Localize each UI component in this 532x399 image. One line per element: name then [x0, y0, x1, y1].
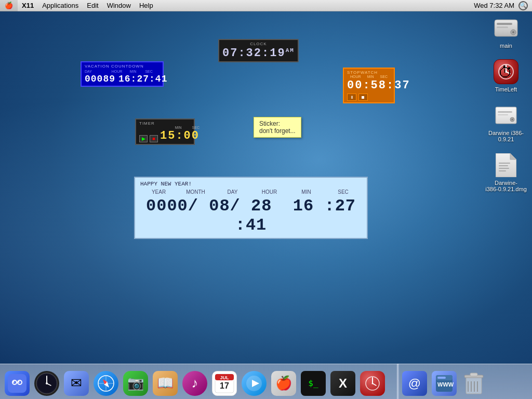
timer-stop-btn[interactable]: ■: [150, 135, 158, 142]
terminal-icon: $_: [301, 371, 326, 396]
svg-rect-18: [499, 168, 509, 169]
dock-left: ✉ 📷 📖: [0, 364, 399, 399]
timeleft-icon-img: [494, 59, 518, 84]
dock-x11[interactable]: X: [329, 368, 357, 396]
icon-darwine-drive[interactable]: Darwine i386-0.9.21: [485, 103, 527, 142]
quicktime-icon: [242, 371, 267, 396]
vacation-min-header: MIN: [130, 70, 144, 73]
svg-text:JUL: JUL: [220, 375, 229, 380]
dock-timeleft2[interactable]: [358, 368, 387, 396]
svg-rect-49: [437, 377, 446, 379]
vacation-widget[interactable]: VACATION COUNTDOWN DAY HOUR MIN SEC 0008…: [81, 61, 164, 87]
menubar-clock: Wed 7:32 AM: [474, 2, 514, 9]
svg-rect-20: [8, 374, 26, 393]
dock-mail[interactable]: ✉: [62, 368, 90, 396]
edit-menu[interactable]: Edit: [83, 0, 102, 11]
timer-controls: ▶ ■: [139, 135, 158, 142]
finder-icon: [5, 371, 30, 396]
dock-apple-icon[interactable]: 🍎: [270, 368, 298, 396]
clock-time-value: 07:32:19: [222, 47, 286, 60]
newyear-widget[interactable]: HAPPY NEW YEAR! YEAR MONTH DAY HOUR MIN …: [134, 177, 368, 239]
timeleft-label: TimeLeft: [495, 86, 517, 92]
window-menu[interactable]: Window: [103, 0, 135, 11]
svg-point-46: [372, 382, 374, 384]
ny-hour-header: HOUR: [251, 189, 288, 195]
icon-darwine-dmg[interactable]: Darwine- i386-0.9.21.dmg: [485, 153, 527, 192]
sw-hour-header: HOUR: [350, 75, 361, 78]
timer-time: 15:00: [160, 129, 200, 142]
newyear-title: HAPPY NEW YEAR!: [140, 181, 362, 187]
ny-day-header: DAY: [214, 189, 251, 195]
icon-main-hdd[interactable]: main: [485, 16, 527, 49]
timer-widget[interactable]: TIMER ▶ ■ MIN SEC 15:00: [135, 118, 195, 145]
ny-sec-header: SEC: [325, 189, 362, 195]
svg-rect-16: [499, 163, 510, 164]
dock-addressbook[interactable]: 📖: [151, 368, 179, 396]
timer-sec-header: SEC: [192, 126, 200, 129]
sticker-widget[interactable]: Sticker: don't forget...: [254, 117, 301, 138]
sticker-line1: Sticker:: [259, 120, 296, 127]
applications-menu[interactable]: Applications: [38, 0, 83, 11]
ny-month-header: MONTH: [177, 189, 214, 195]
menubar-right: Wed 7:32 AM 🔍: [474, 1, 532, 10]
timer-min-header: MIN: [175, 126, 182, 129]
svg-marker-15: [510, 153, 516, 159]
x11-icon: X: [330, 371, 355, 396]
facetime-icon: 📷: [123, 371, 148, 396]
clock-widget-title: CLOCK: [222, 42, 295, 46]
timer-play-btn[interactable]: ▶: [139, 135, 148, 142]
spotlight-icon[interactable]: 🔍: [518, 1, 528, 10]
app-name-menu[interactable]: X11: [18, 0, 38, 11]
svg-rect-17: [499, 165, 508, 166]
dock-terminal[interactable]: $_: [299, 368, 327, 396]
stopwatch-stop-btn[interactable]: ⏹: [358, 94, 368, 101]
svg-point-5: [499, 64, 513, 79]
clock-ampm: AM: [286, 47, 295, 54]
svg-point-25: [13, 381, 15, 382]
darwine-drive-label: Darwine i386-0.9.21: [485, 130, 527, 142]
dock-browser[interactable]: WWW: [430, 368, 458, 396]
clock-widget[interactable]: CLOCK 07:32:19AM: [218, 39, 299, 62]
stopwatch-widget[interactable]: STOPWATCH HOUR MIN SEC 00:58:37 ⏸ ⏹: [343, 68, 395, 103]
vacation-day-header: DAY: [85, 70, 111, 73]
browser-icon: WWW: [432, 371, 457, 396]
svg-rect-57: [470, 373, 477, 376]
darwine-dmg-icon-img: [494, 153, 518, 178]
dock-quicktime[interactable]: [240, 368, 268, 396]
hdd-label: main: [500, 43, 512, 49]
svg-rect-10: [498, 111, 512, 113]
dock-finder[interactable]: [3, 368, 31, 396]
icon-timeleft[interactable]: TimeLeft: [485, 59, 527, 92]
svg-rect-1: [497, 23, 512, 25]
vacation-title: VACATION COUNTDOWN: [85, 64, 159, 69]
svg-point-26: [18, 381, 20, 382]
sticker-line2: don't forget...: [259, 127, 296, 135]
dock-facetime[interactable]: 📷: [122, 368, 150, 396]
ny-min-header: MIN: [288, 189, 325, 195]
mail2-icon: @: [402, 371, 427, 396]
dock-right: @ WWW: [397, 364, 532, 399]
svg-rect-19: [499, 170, 506, 171]
stopwatch-headers: HOUR MIN SEC: [347, 75, 391, 78]
timer-headers: MIN SEC: [160, 126, 200, 129]
mail-icon: ✉: [64, 371, 89, 396]
sw-sec-header: SEC: [380, 75, 388, 78]
dock-itunes[interactable]: ♪: [181, 368, 209, 396]
svg-text:WWW: WWW: [437, 381, 454, 388]
ny-year-header: YEAR: [140, 189, 177, 195]
svg-point-31: [46, 382, 48, 384]
safari-icon: [94, 371, 118, 396]
darwine-dmg-label: Darwine- i386-0.9.21.dmg: [485, 180, 527, 192]
dock-safari[interactable]: [92, 368, 120, 396]
dock-ical[interactable]: JUL 17: [210, 368, 238, 396]
vacation-time-value: 16:27:41: [118, 74, 167, 84]
dock-trash[interactable]: [460, 368, 488, 396]
help-menu[interactable]: Help: [135, 0, 157, 11]
dock-mail2[interactable]: @: [401, 368, 429, 396]
vacation-values: 00089 16:27:41: [85, 74, 159, 84]
dock-clock[interactable]: [33, 368, 61, 396]
apple-menu[interactable]: 🍎: [0, 0, 18, 11]
stopwatch-pause-btn[interactable]: ⏸: [347, 94, 356, 101]
clock-widget-time: 07:32:19AM: [222, 47, 295, 60]
menubar-left: 🍎 X11 Applications Edit Window Help: [0, 0, 157, 11]
